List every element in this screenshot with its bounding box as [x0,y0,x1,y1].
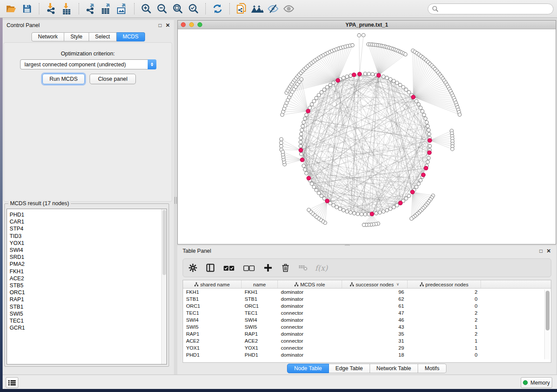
table-scrollbar-thumb[interactable] [546,291,550,330]
mcds-result-item[interactable]: SWI4 [10,247,166,254]
tab-style[interactable]: Style [64,32,89,41]
show-columns-icon[interactable] [205,263,215,273]
table-cell[interactable]: 2 [408,289,481,296]
memory-button[interactable]: Memory [521,377,552,388]
table-cell[interactable]: ORC1 [183,303,242,309]
table-cell[interactable]: SWI5 [242,323,278,330]
table-cell[interactable]: 43 [342,323,408,330]
mcds-result-item[interactable]: ORC1 [10,289,166,296]
table-cell[interactable]: 2 [408,316,481,323]
table-cell[interactable]: 62 [342,296,408,303]
table-cell[interactable]: RAP1 [242,330,278,337]
table-cell[interactable]: FKH1 [242,289,278,296]
hide-details-icon[interactable] [266,2,280,15]
table-cell[interactable]: dominator [278,289,342,296]
table-cell[interactable]: SWI5 [183,323,242,330]
open-file-icon[interactable] [5,2,18,15]
table-cell[interactable]: 2 [408,330,481,337]
table-cell[interactable]: PHD1 [242,351,278,358]
mcds-result-item[interactable]: ACE2 [10,275,166,282]
table-cell[interactable]: RAP1 [183,330,242,337]
zoom-selected-icon[interactable] [187,2,200,15]
table-scrollbar[interactable] [544,289,550,359]
table-cell[interactable]: 47 [342,309,408,316]
table-cell[interactable]: connector [278,323,342,330]
table-cell[interactable]: 1 [408,344,481,351]
table-cell[interactable]: dominator [278,351,342,358]
column-header-MCDS-role[interactable]: MCDS role [278,280,342,288]
table-cell[interactable]: STB1 [242,296,278,303]
table-cell[interactable]: connector [278,337,342,344]
save-session-icon[interactable] [21,2,34,15]
table-cell[interactable]: 31 [342,337,408,344]
tab-select[interactable]: Select [89,32,117,41]
table-cell[interactable]: ACE2 [183,337,242,344]
table-cell[interactable]: 0 [408,351,481,358]
import-network-icon[interactable] [45,2,58,15]
mcds-result-item[interactable]: CAR1 [10,218,166,225]
optimization-criterion-dropdown[interactable]: largest connected component (undirected) [20,59,156,69]
table-cell[interactable]: PHD1 [183,351,242,358]
close-panel-button[interactable]: Close panel [90,74,136,84]
network-canvas[interactable] [178,29,556,244]
table-cell[interactable]: 61 [342,303,408,309]
table-cell[interactable]: ORC1 [242,303,278,309]
table-cell[interactable]: 0 [408,296,481,303]
table-cell[interactable]: 96 [342,289,408,296]
mcds-result-item[interactable]: SWI5 [10,310,166,317]
table-cell[interactable]: SWI4 [242,316,278,323]
mcds-result-item[interactable]: SRD1 [10,254,166,261]
table-cell[interactable]: STB1 [183,296,242,303]
mcds-result-item[interactable]: STP4 [10,225,166,232]
table-cell[interactable]: YOX1 [242,344,278,351]
tab-mcds[interactable]: MCDS [117,32,145,41]
table-cell[interactable]: connector [278,344,342,351]
mcds-result-item[interactable]: RAP1 [10,296,166,303]
tab-network[interactable]: Network [31,32,64,41]
mcds-list-scrollbar[interactable] [161,209,166,364]
mcds-result-item[interactable]: STB1 [10,303,166,310]
column-header-shared-name[interactable]: shared name [183,280,242,288]
table-cell[interactable]: YOX1 [183,344,242,351]
table-cell[interactable]: 18 [342,351,408,358]
select-all-icon[interactable] [222,263,235,273]
clone-network-icon[interactable] [235,2,248,15]
add-column-icon[interactable] [263,263,273,273]
first-neighbors-icon[interactable] [251,2,264,15]
table-cell[interactable]: dominator [278,296,342,303]
import-table-icon[interactable] [60,2,73,15]
table-cell[interactable]: TEC1 [242,309,278,316]
vertical-split-grip[interactable] [174,197,177,204]
vertical-split-divider[interactable] [174,20,177,375]
close-panel-icon[interactable]: ✕ [166,22,170,28]
zoom-fit-icon[interactable] [171,2,184,15]
mcds-result-item[interactable]: GCR1 [10,324,166,331]
mcds-result-item[interactable]: TEC1 [10,317,166,324]
export-network-icon[interactable] [84,2,97,15]
mcds-result-item[interactable]: TID3 [10,233,166,240]
show-panels-list-button[interactable] [6,377,18,388]
table-options-gear-icon[interactable] [187,263,198,273]
table-cell[interactable]: 1 [408,337,481,344]
table-cell[interactable]: 2 [408,309,481,316]
table-cell[interactable]: TEC1 [183,309,242,316]
mcds-result-item[interactable]: PHD1 [10,211,166,218]
function-builder-icon[interactable]: f(x) [315,263,328,273]
table-cell[interactable]: 29 [342,344,408,351]
zoom-in-icon[interactable] [140,2,153,15]
table-cell[interactable]: ACE2 [242,337,278,344]
float-panel-icon[interactable]: □ [159,22,162,28]
column-header-successor-nodes[interactable]: successor nodes∨ [342,280,408,288]
table-cell[interactable]: dominator [278,303,342,309]
table-cell[interactable]: SWI4 [183,316,242,323]
mcds-list-scrollbar-thumb[interactable] [163,210,166,275]
search-box[interactable] [428,3,554,14]
delete-table-icon[interactable] [298,263,308,273]
mcds-result-item[interactable]: STB5 [10,282,166,289]
column-header-predecessor-nodes[interactable]: predecessor nodes [408,280,481,288]
export-image-icon[interactable] [116,2,129,15]
mcds-result-list[interactable]: PHD1CAR1STP4TID3YOX1SWI4SRD1PMA2FKH1ACE2… [7,209,167,364]
deselect-all-icon[interactable] [242,263,256,273]
float-table-panel-icon[interactable]: □ [540,248,543,254]
table-cell[interactable]: FKH1 [183,289,242,296]
